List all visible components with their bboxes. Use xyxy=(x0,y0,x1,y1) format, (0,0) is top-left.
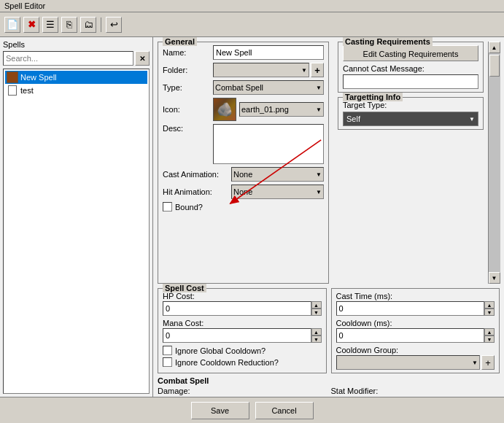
casting-requirements-title: Casting Requirements xyxy=(343,37,433,46)
cast-time-up[interactable]: ▲ xyxy=(484,301,495,308)
desc-textarea[interactable] xyxy=(213,124,324,164)
spell-icon-preview: 🪨 xyxy=(213,98,236,121)
title-bar: Spell Editor xyxy=(0,0,504,12)
help-button[interactable]: ↩ xyxy=(106,17,122,33)
edit-casting-button[interactable]: Edit Casting Requirements xyxy=(343,45,478,61)
hit-animation-arrow: ▼ xyxy=(316,189,322,195)
icon-dropdown-arrow: ▼ xyxy=(316,106,322,113)
cooldown-label: Cooldown (ms): xyxy=(336,319,495,327)
cast-animation-dropdown[interactable]: None ▼ xyxy=(231,167,324,182)
window: Spell Editor 📄 ✖ ☰ ⎘ 🗂 ↩ Spells ✕ xyxy=(0,0,504,423)
footer: Save Cancel xyxy=(0,397,504,423)
ignore-global-row: Ignore Global Cooldown? xyxy=(163,346,322,355)
mana-cost-down[interactable]: ▼ xyxy=(311,335,322,343)
hp-cost-down[interactable]: ▼ xyxy=(311,308,322,316)
icon-dropdown[interactable]: earth_01.png ▼ xyxy=(239,102,324,117)
spell-item-test[interactable]: test xyxy=(5,84,147,97)
hp-cost-up[interactable]: ▲ xyxy=(311,301,322,308)
bottom-sections: Spell Cost HP Cost: ▲ ▼ xyxy=(153,288,504,376)
mana-cost-arrows: ▲ ▼ xyxy=(311,328,322,343)
spell-cost-title: Spell Cost xyxy=(163,284,206,292)
cast-time-down[interactable]: ▼ xyxy=(484,308,495,316)
cooldown-arrows: ▲ ▼ xyxy=(484,328,495,343)
target-type-value: Self xyxy=(346,115,360,123)
spell-icon-image: 🪨 xyxy=(214,98,236,120)
window-title: Spell Editor xyxy=(4,1,45,10)
toolbar-separator xyxy=(101,18,101,32)
mana-cost-up[interactable]: ▲ xyxy=(311,328,322,335)
scrollbar-thumb[interactable] xyxy=(489,55,500,77)
save-button[interactable]: Save xyxy=(191,402,249,419)
paste-button[interactable]: ⎘ xyxy=(61,17,77,33)
cooldown-input[interactable] xyxy=(336,328,485,343)
search-input[interactable] xyxy=(3,51,133,66)
cannot-cast-label: Cannot Cast Message: xyxy=(343,64,478,73)
type-dropdown[interactable]: Combat Spell ▼ xyxy=(213,80,324,95)
cancel-button[interactable]: Cancel xyxy=(255,402,314,419)
right-sections: Casting Requirements Edit Casting Requir… xyxy=(338,42,484,284)
stat-modifier-label: Stat Modifier: xyxy=(331,387,500,395)
hp-cost-label: HP Cost: xyxy=(163,292,322,300)
casting-requirements-section: Casting Requirements Edit Casting Requir… xyxy=(338,42,484,93)
spells-panel-label: Spells xyxy=(3,40,150,49)
ignore-reduction-row: Ignore Cooldown Reduction? xyxy=(163,357,322,367)
general-section: General Name: Folder: xyxy=(158,42,329,284)
combat-row: Damage: Stat Modifier: xyxy=(158,387,500,395)
cooldown-row: ▲ ▼ xyxy=(336,328,495,343)
toolbar: 📄 ✖ ☰ ⎘ 🗂 ↩ xyxy=(0,12,504,37)
cast-time-spinner: ▲ ▼ xyxy=(336,301,495,316)
right-scrollbar[interactable]: ▲ ▼ xyxy=(488,42,500,284)
targeting-info-section: Targetting Info Target Type: Self ▼ xyxy=(338,97,484,130)
cast-animation-value: None xyxy=(233,170,252,179)
scrollbar-down-button[interactable]: ▼ xyxy=(489,272,500,284)
copy-button[interactable]: ☰ xyxy=(42,17,58,33)
target-type-arrow: ▼ xyxy=(469,116,475,123)
cast-time-input[interactable] xyxy=(336,301,485,316)
main-area: Spells ✕ New Spell xyxy=(0,37,504,397)
type-row: Type: Combat Spell ▼ xyxy=(163,80,324,95)
name-input[interactable] xyxy=(213,45,324,60)
spell-item-test-label: test xyxy=(20,86,34,95)
cast-time-row: ▲ ▼ xyxy=(336,301,495,316)
general-section-title: General xyxy=(163,37,197,46)
folder-row: Folder: ▼ + xyxy=(163,63,324,77)
ignore-reduction-label: Ignore Cooldown Reduction? xyxy=(175,358,279,367)
icon-row: Icon: 🪨 earth_01.png ▼ xyxy=(163,98,324,121)
bound-row: Bound? xyxy=(163,202,324,212)
ignore-global-checkbox[interactable] xyxy=(163,346,172,355)
search-row: ✕ xyxy=(3,51,150,66)
search-clear-button[interactable]: ✕ xyxy=(135,51,150,66)
spell-item-new-spell[interactable]: New Spell xyxy=(5,71,147,84)
cooldown-group-arrow: ▼ xyxy=(472,360,478,366)
cannot-cast-input[interactable] xyxy=(343,74,478,89)
hp-cost-spinner: ▲ ▼ xyxy=(163,301,322,316)
spell-icon-2 xyxy=(7,85,18,96)
cooldown-group-add-button[interactable]: + xyxy=(481,355,495,370)
type-dropdown-arrow: ▼ xyxy=(316,85,322,91)
scrollbar-up-button[interactable]: ▲ xyxy=(489,42,500,53)
new-button[interactable]: 📄 xyxy=(4,17,20,33)
cast-time-arrows: ▲ ▼ xyxy=(484,301,495,316)
targeting-info-title: Targetting Info xyxy=(343,93,403,101)
bound-checkbox[interactable] xyxy=(163,202,172,212)
hp-cost-input[interactable] xyxy=(163,301,311,316)
cooldown-down[interactable]: ▼ xyxy=(484,335,495,343)
right-panel: General Name: Folder: xyxy=(153,37,504,397)
target-type-dropdown[interactable]: Self ▼ xyxy=(343,112,478,126)
folder-add-button[interactable]: + xyxy=(311,63,324,77)
cooldown-group-dropdown[interactable]: ▼ xyxy=(336,355,481,370)
bound-label: Bound? xyxy=(175,203,203,212)
save-file-button[interactable]: 🗂 xyxy=(80,17,96,33)
delete-button[interactable]: ✖ xyxy=(23,17,39,33)
hit-animation-dropdown[interactable]: None ▼ xyxy=(231,185,324,199)
cooldown-up[interactable]: ▲ xyxy=(484,328,495,335)
cast-animation-arrow: ▼ xyxy=(316,171,322,178)
hit-animation-label: Hit Animation: xyxy=(163,187,228,196)
ignore-reduction-checkbox[interactable] xyxy=(163,357,172,367)
mana-cost-input[interactable] xyxy=(163,328,311,343)
folder-dropdown[interactable]: ▼ xyxy=(213,63,309,77)
icon-label: Icon: xyxy=(163,105,210,114)
combat-section: Combat Spell Damage: Stat Modifier: xyxy=(153,376,504,397)
mana-cost-row: ▲ ▼ xyxy=(163,328,322,343)
spell-item-label: New Spell xyxy=(20,73,57,82)
